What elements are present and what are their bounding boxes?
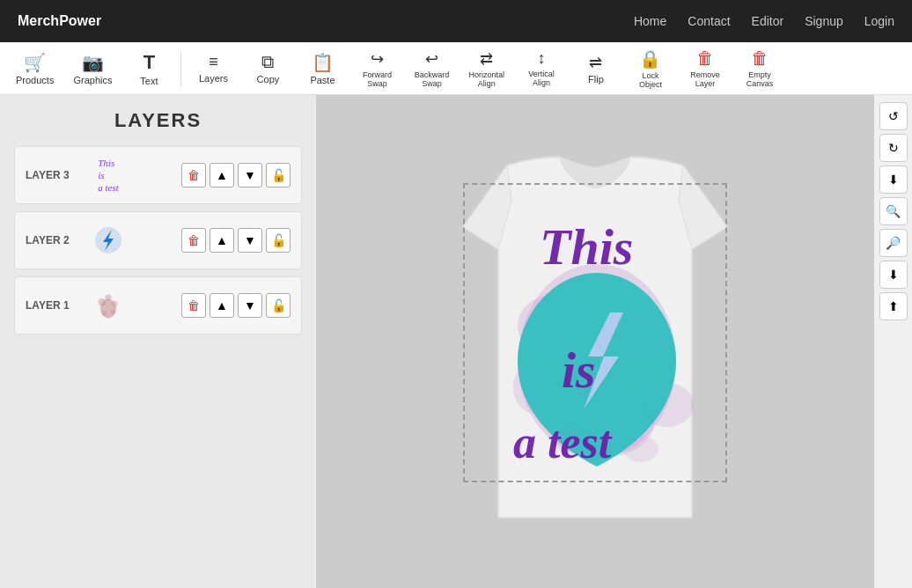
layer3-text-preview: Thisisa test — [98, 157, 119, 195]
toolbar-valign-label: VerticalAlign — [528, 70, 555, 87]
svg-point-7 — [111, 310, 115, 314]
layer1-delete-btn[interactable]: 🗑 — [181, 293, 206, 318]
brand-logo: MerchPower — [18, 13, 101, 29]
backward-swap-icon: ↩ — [425, 49, 438, 69]
nav-signup[interactable]: Signup — [805, 14, 843, 28]
toolbar-products-label: Products — [16, 75, 54, 85]
flip-icon: ⇌ — [589, 53, 602, 72]
cart-icon: 🛒 — [24, 52, 46, 73]
layer3-left: LAYER 3 Thisisa test — [26, 154, 129, 196]
vertical-align-icon: ↕ — [537, 49, 545, 68]
toolbar: 🛒 Products 📷 Graphics T Text ≡ Layers ⧉ … — [0, 42, 912, 95]
lightning-svg — [94, 226, 122, 254]
toolbar-forward-label: ForwardSwap — [363, 70, 392, 88]
toolbar-layers-label: Layers — [199, 73, 228, 84]
svg-text:is: is — [562, 342, 596, 399]
layer2-down-btn[interactable]: ▼ — [238, 228, 262, 253]
toolbar-flip[interactable]: ⇌ Flip — [570, 46, 622, 92]
toolbar-paste-label: Paste — [310, 75, 335, 85]
layer-row-2: LAYER 2 🗑 ▲ ▼ 🔓 — [14, 211, 302, 269]
sidebar: LAYERS LAYER 3 Thisisa test 🗑 ▲ ▼ 🔓 — [0, 95, 317, 588]
nav-login[interactable]: Login — [864, 14, 894, 28]
layers-icon: ≡ — [209, 53, 218, 71]
nav-home[interactable]: Home — [634, 14, 666, 28]
toolbar-flip-label: Flip — [588, 74, 604, 85]
toolbar-empty-canvas[interactable]: 🗑 EmptyCanvas — [733, 46, 786, 92]
nav-contact[interactable]: Contact — [688, 14, 730, 28]
layer2-controls: 🗑 ▲ ▼ 🔓 — [181, 228, 291, 253]
main-content: LAYERS LAYER 3 Thisisa test 🗑 ▲ ▼ 🔓 — [0, 95, 912, 588]
layer1-label: LAYER 1 — [26, 299, 78, 312]
sidebar-title: LAYERS — [14, 109, 302, 132]
empty-canvas-icon: 🗑 — [751, 48, 769, 69]
navbar: MerchPower Home Contact Editor Signup Lo… — [0, 0, 912, 42]
layer-row-1: LAYER 1 🗑 ▲ ▼ 🔓 — [14, 276, 302, 334]
toolbar-text[interactable]: T Text — [122, 46, 175, 92]
horizontal-align-icon: ⇄ — [480, 49, 493, 69]
toolbar-text-label: Text — [140, 76, 158, 86]
svg-point-5 — [105, 294, 111, 300]
layer3-down-btn[interactable]: ▼ — [238, 163, 262, 187]
canvas-area[interactable]: This is a test — [317, 95, 873, 588]
toolbar-copy[interactable]: ⧉ Copy — [241, 46, 294, 92]
layer1-controls: 🗑 ▲ ▼ 🔓 — [181, 293, 291, 318]
design-content: This is a test — [465, 185, 725, 481]
layer2-left: LAYER 2 — [26, 219, 129, 261]
layer3-delete-btn[interactable]: 🗑 — [181, 163, 206, 187]
toolbar-backward-label: BackwardSwap — [415, 70, 450, 88]
layer3-lock-btn[interactable]: 🔓 — [266, 163, 291, 187]
svg-point-4 — [112, 301, 118, 307]
layer1-down-btn[interactable]: ▼ — [238, 293, 262, 318]
toolbar-backward-swap[interactable]: ↩ BackwardSwap — [405, 46, 458, 92]
toolbar-remove-label: RemoveLayer — [690, 70, 720, 88]
toolbar-horizontal-align[interactable]: ⇄ HorizontalAlign — [460, 46, 513, 92]
export-btn[interactable]: ⬇ — [879, 261, 908, 289]
lock-icon: 🔒 — [639, 48, 661, 70]
toolbar-graphics[interactable]: 📷 Graphics — [64, 46, 121, 92]
toolbar-copy-label: Copy — [257, 74, 280, 85]
forward-swap-icon: ↪ — [371, 49, 384, 69]
sep1 — [180, 51, 181, 86]
toolbar-remove-layer[interactable]: 🗑 RemoveLayer — [679, 46, 732, 92]
layer2-lock-btn[interactable]: 🔓 — [266, 228, 291, 253]
toolbar-products[interactable]: 🛒 Products — [7, 46, 63, 92]
copy-icon: ⧉ — [261, 52, 274, 72]
right-panel: ↺ ↻ ⬇ 🔍 🔎 ⬇ ⬆ — [873, 95, 912, 588]
layer1-up-btn[interactable]: ▲ — [210, 293, 234, 318]
layer3-thumb: Thisisa test — [87, 154, 129, 196]
design-overlay[interactable]: This is a test — [463, 183, 727, 482]
layer-row-3: LAYER 3 Thisisa test 🗑 ▲ ▼ 🔓 — [14, 146, 302, 204]
toolbar-lock-label: LockObject — [639, 71, 662, 89]
camera-icon: 📷 — [82, 52, 104, 73]
nav-links: Home Contact Editor Signup Login — [634, 14, 894, 28]
toolbar-empty-label: EmptyCanvas — [747, 70, 774, 88]
svg-point-6 — [102, 311, 107, 315]
layer3-label: LAYER 3 — [26, 169, 78, 181]
toolbar-forward-swap[interactable]: ↪ ForwardSwap — [350, 46, 403, 92]
zoom-out-btn[interactable]: 🔎 — [879, 229, 908, 257]
toolbar-lock-object[interactable]: 🔒 LockObject — [624, 46, 677, 92]
zoom-in-btn[interactable]: 🔍 — [879, 197, 908, 225]
toolbar-layers[interactable]: ≡ Layers — [187, 46, 239, 92]
layer2-thumb — [87, 219, 129, 261]
nav-editor[interactable]: Editor — [752, 14, 784, 28]
download-btn[interactable]: ⬇ — [879, 165, 908, 194]
text-icon: T — [143, 51, 155, 74]
redo-btn[interactable]: ↻ — [879, 134, 908, 162]
layer2-up-btn[interactable]: ▲ — [210, 228, 234, 253]
design-svg: This is a test — [465, 185, 725, 481]
paste-icon: 📋 — [312, 52, 334, 73]
layer2-label: LAYER 2 — [26, 234, 78, 246]
layer2-delete-btn[interactable]: 🗑 — [181, 228, 206, 253]
undo-btn[interactable]: ↺ — [879, 102, 908, 130]
toolbar-vertical-align[interactable]: ↕ VerticalAlign — [515, 46, 568, 92]
toolbar-paste[interactable]: 📋 Paste — [296, 46, 349, 92]
toolbar-graphics-label: Graphics — [73, 75, 112, 85]
layer3-up-btn[interactable]: ▲ — [210, 163, 234, 187]
splat-svg — [92, 290, 124, 321]
upload-btn[interactable]: ⬆ — [879, 292, 908, 320]
tshirt-container: This is a test — [384, 113, 806, 570]
svg-text:This: This — [540, 218, 633, 276]
layer1-lock-btn[interactable]: 🔓 — [266, 293, 291, 318]
layer1-left: LAYER 1 — [26, 284, 129, 327]
